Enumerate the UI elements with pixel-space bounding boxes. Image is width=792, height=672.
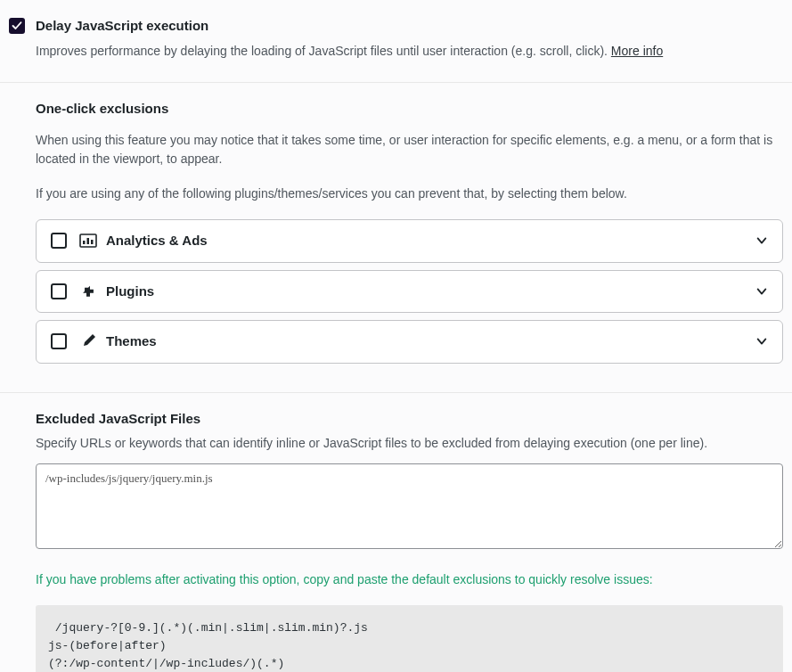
svg-rect-3 [91,240,94,244]
excluded-js-title: Excluded JavaScript Files [36,409,783,430]
accordion-label: Plugins [106,282,755,302]
svg-rect-1 [83,241,86,244]
delay-js-section: Delay JavaScript execution Improves perf… [0,0,792,83]
delay-js-description: Improves performance by delaying the loa… [9,42,783,61]
accordion-plugins[interactable]: Plugins [36,270,783,314]
exclusions-title: One-click exclusions [36,99,783,119]
accordion-checkbox[interactable] [51,233,67,249]
delay-js-checkbox[interactable] [9,18,25,34]
svg-rect-2 [87,238,90,244]
accordion-analytics-ads[interactable]: Analytics & Ads [36,219,783,263]
excluded-js-desc: Specify URLs or keywords that can identi… [36,434,783,453]
accordion-checkbox[interactable] [51,333,67,349]
accordion-checkbox[interactable] [51,283,67,299]
more-info-link[interactable]: More info [611,44,663,58]
chevron-down-icon [755,335,768,348]
chevron-down-icon [755,234,768,247]
delay-js-title: Delay JavaScript execution [36,16,208,37]
exclusions-para-2: If you are using any of the following pl… [36,184,783,203]
brush-icon [79,332,97,350]
one-click-exclusions-section: One-click exclusions When using this fea… [0,83,792,393]
accordion-themes[interactable]: Themes [36,320,783,364]
checkmark-icon [12,20,22,31]
excluded-js-section: Excluded JavaScript Files Specify URLs o… [0,393,792,673]
accordion-label: Analytics & Ads [106,231,755,251]
excluded-js-hint: If you have problems after activating th… [36,570,783,589]
chevron-down-icon [755,285,768,298]
analytics-icon [79,232,97,250]
plugin-icon [79,283,97,300]
excluded-js-textarea[interactable] [36,463,783,549]
exclusions-para-1: When using this feature you may notice t… [36,131,783,168]
exclusion-accordion-group: Analytics & Ads Plugins Themes [36,219,783,364]
accordion-label: Themes [106,332,755,352]
default-exclusions-codeblock: /jquery-?[0-9.](.*)(.min|.slim|.slim.min… [36,605,783,672]
